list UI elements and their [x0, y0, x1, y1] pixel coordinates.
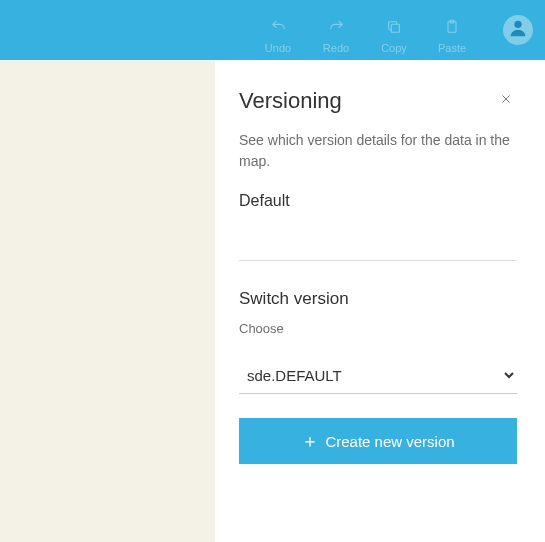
- create-new-version-button[interactable]: ＋ Create new version: [239, 418, 517, 464]
- create-button-label: Create new version: [325, 433, 454, 450]
- paste-button[interactable]: Paste: [423, 7, 481, 54]
- paste-icon: [444, 17, 460, 37]
- panel-header: Versioning: [239, 88, 517, 114]
- close-icon: [499, 92, 513, 109]
- current-version-label: Default: [239, 192, 517, 210]
- user-icon: [507, 17, 529, 43]
- version-select[interactable]: sde.DEFAULT: [239, 356, 517, 394]
- redo-icon: [328, 17, 345, 37]
- toolbar-actions: Undo Redo Copy Paste: [249, 7, 481, 54]
- panel-description: See which version details for the data i…: [239, 130, 517, 172]
- versioning-panel: Versioning See which version details for…: [215, 60, 545, 542]
- map-canvas[interactable]: [0, 60, 215, 542]
- switch-version-title: Switch version: [239, 289, 517, 309]
- undo-button[interactable]: Undo: [249, 7, 307, 54]
- copy-button[interactable]: Copy: [365, 7, 423, 54]
- user-avatar[interactable]: [503, 15, 533, 45]
- paste-label: Paste: [438, 42, 466, 54]
- undo-icon: [270, 17, 287, 37]
- main-area: Versioning See which version details for…: [0, 60, 545, 542]
- choose-label: Choose: [239, 321, 517, 336]
- plus-icon: ＋: [301, 432, 319, 450]
- copy-icon: [386, 17, 402, 37]
- close-button[interactable]: [495, 88, 517, 114]
- svg-point-3: [514, 21, 521, 28]
- panel-title: Versioning: [239, 88, 342, 114]
- redo-button[interactable]: Redo: [307, 7, 365, 54]
- redo-label: Redo: [323, 42, 349, 54]
- top-toolbar: Undo Redo Copy Paste: [0, 0, 545, 60]
- svg-rect-0: [391, 24, 399, 32]
- undo-label: Undo: [265, 42, 291, 54]
- copy-label: Copy: [381, 42, 407, 54]
- section-divider: [239, 260, 517, 261]
